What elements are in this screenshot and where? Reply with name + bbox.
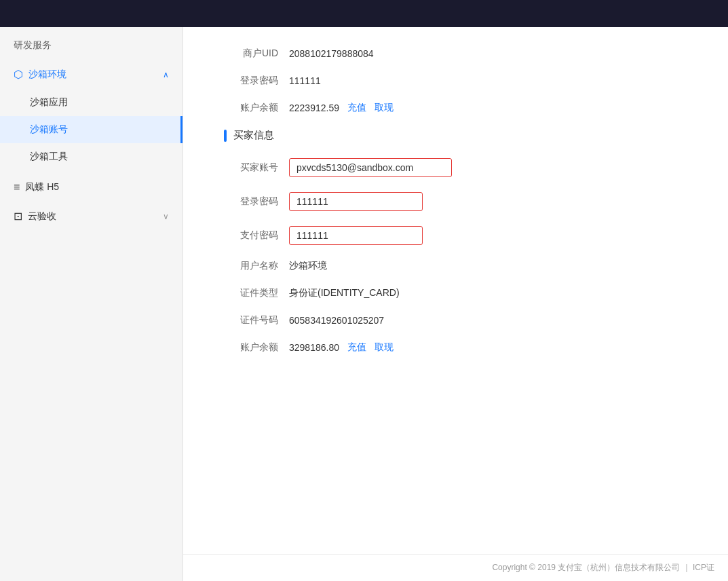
buyer-pay-pwd-input[interactable] xyxy=(289,226,423,245)
sandbox-env-icon: ⬡ xyxy=(14,68,23,81)
buyer-pay-pwd-label: 支付密码 xyxy=(224,229,278,242)
merchant-charge-btn[interactable]: 充值 xyxy=(347,102,366,114)
sidebar-item-fengdie[interactable]: ≡ 凤蝶 H5 xyxy=(0,173,183,202)
merchant-balance-label: 账户余额 xyxy=(224,102,278,114)
buyer-username-row: 用户名称 沙箱环境 xyxy=(224,260,687,272)
buyer-charge-btn[interactable]: 充值 xyxy=(347,341,366,354)
buyer-username-label: 用户名称 xyxy=(224,260,278,272)
sandbox-env-label: 沙箱环境 xyxy=(28,69,66,81)
dev-services-label: 研发服务 xyxy=(0,27,183,60)
buyer-username-value: 沙箱环境 xyxy=(289,260,327,272)
main-container: 研发服务 ⬡ 沙箱环境 ∧ 沙箱应用 沙箱账号 沙箱工具 ≡ 凤蝶 H5 xyxy=(0,27,728,581)
merchant-balance-row: 账户余额 2223912.59 充值 取现 xyxy=(224,102,687,114)
merchant-uid-value: 2088102179888084 xyxy=(289,48,374,59)
sandbox-env-chevron: ∧ xyxy=(163,70,169,79)
sandbox-app-label: 沙箱应用 xyxy=(30,96,68,107)
fengdie-label: 凤蝶 H5 xyxy=(25,181,59,193)
buyer-section-title: 买家信息 xyxy=(233,129,274,142)
cloud-chevron: ∨ xyxy=(163,212,169,221)
merchant-uid-row: 商户UID 2088102179888084 xyxy=(224,48,687,60)
section-header-bar xyxy=(224,130,227,142)
sidebar-item-sandbox-account[interactable]: 沙箱账号 xyxy=(0,116,183,143)
buyer-cert-no-value: 605834192601025207 xyxy=(289,315,384,326)
merchant-login-pwd-row: 登录密码 111111 xyxy=(224,75,687,87)
buyer-balance-value: 3298186.80 xyxy=(289,342,339,353)
content-area: 商户UID 2088102179888084 登录密码 111111 账户余额 … xyxy=(183,27,728,581)
footer: Copyright © 2019 支付宝（杭州）信息技术有限公司 ｜ ICP证 xyxy=(183,554,728,581)
merchant-uid-label: 商户UID xyxy=(224,48,278,60)
cloud-label: 云验收 xyxy=(28,210,56,223)
merchant-balance-value: 2223912.59 xyxy=(289,102,339,113)
cloud-icon: ⊡ xyxy=(14,210,22,223)
buyer-balance-label: 账户余额 xyxy=(224,341,278,354)
buyer-withdraw-btn[interactable]: 取现 xyxy=(375,341,394,354)
top-bar xyxy=(0,0,728,27)
sidebar-item-sandbox-tools[interactable]: 沙箱工具 xyxy=(0,143,183,170)
content-body: 商户UID 2088102179888084 登录密码 111111 账户余额 … xyxy=(183,27,728,554)
merchant-login-pwd-value: 111111 xyxy=(289,75,321,86)
buyer-account-label: 买家账号 xyxy=(224,162,278,174)
sandbox-env-header[interactable]: ⬡ 沙箱环境 ∧ xyxy=(0,60,183,89)
buyer-cert-type-label: 证件类型 xyxy=(224,287,278,299)
fengdie-icon: ≡ xyxy=(14,181,20,193)
sandbox-account-label: 沙箱账号 xyxy=(30,124,68,134)
copyright-text: Copyright © 2019 支付宝（杭州）信息技术有限公司 ｜ ICP证 xyxy=(492,562,714,574)
buyer-login-pwd-label: 登录密码 xyxy=(224,195,278,208)
buyer-login-pwd-input[interactable] xyxy=(289,192,423,211)
buyer-account-input[interactable] xyxy=(289,158,452,177)
buyer-cert-type-row: 证件类型 身份证(IDENTITY_CARD) xyxy=(224,287,687,299)
sidebar: 研发服务 ⬡ 沙箱环境 ∧ 沙箱应用 沙箱账号 沙箱工具 ≡ 凤蝶 H5 xyxy=(0,27,183,581)
buyer-cert-no-label: 证件号码 xyxy=(224,314,278,326)
buyer-cert-type-value: 身份证(IDENTITY_CARD) xyxy=(289,287,400,299)
buyer-login-pwd-row: 登录密码 xyxy=(224,192,687,211)
buyer-section-header: 买家信息 xyxy=(224,129,687,142)
buyer-cert-no-row: 证件号码 605834192601025207 xyxy=(224,314,687,326)
buyer-pay-pwd-row: 支付密码 xyxy=(224,226,687,245)
buyer-account-row: 买家账号 xyxy=(224,158,687,177)
sidebar-item-cloud[interactable]: ⊡ 云验收 ∨ xyxy=(0,202,183,231)
sidebar-item-sandbox-app[interactable]: 沙箱应用 xyxy=(0,89,183,116)
sandbox-env-group: ⬡ 沙箱环境 ∧ 沙箱应用 沙箱账号 沙箱工具 xyxy=(0,60,183,170)
buyer-balance-row: 账户余额 3298186.80 充值 取现 xyxy=(224,341,687,354)
sandbox-tools-label: 沙箱工具 xyxy=(30,151,68,162)
merchant-withdraw-btn[interactable]: 取现 xyxy=(375,102,394,114)
merchant-login-pwd-label: 登录密码 xyxy=(224,75,278,87)
